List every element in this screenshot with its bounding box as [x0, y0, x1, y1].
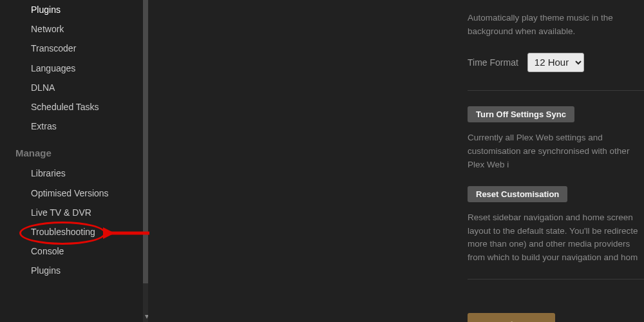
sidebar-item-extras[interactable]: Extras [0, 117, 148, 136]
sidebar-item-plugins-manage[interactable]: Plugins [0, 261, 148, 280]
section-divider [468, 90, 644, 91]
section-divider-2 [468, 279, 644, 279]
reset-customisation-description: Reset sidebar navigation and home screen… [468, 211, 644, 265]
theme-music-description: Automatically play theme music in the ba… [468, 12, 644, 39]
sidebar-item-live-tv-dvr[interactable]: Live TV & DVR [0, 203, 148, 222]
sidebar-item-console[interactable]: Console [0, 242, 148, 261]
sidebar-item-dlna[interactable]: DLNA [0, 78, 148, 97]
sidebar-scrollbar-track[interactable]: ▾ [143, 0, 148, 322]
time-format-select[interactable]: 12 Hour [527, 53, 584, 72]
sidebar-item-transcoder[interactable]: Transcoder [0, 39, 148, 58]
time-format-label: Time Format [468, 57, 518, 68]
settings-sync-description: Currently all Plex Web settings and cust… [468, 131, 644, 172]
turn-off-settings-sync-button[interactable]: Turn Off Settings Sync [468, 106, 574, 122]
sidebar-item-network[interactable]: Network [0, 19, 148, 39]
sidebar-header-manage: Manage [0, 136, 148, 164]
save-changes-button[interactable]: Save Changes [468, 313, 555, 322]
sidebar-item-scheduled-tasks[interactable]: Scheduled Tasks [0, 97, 148, 117]
sidebar-item-languages[interactable]: Languages [0, 59, 148, 78]
reset-customisation-button[interactable]: Reset Customisation [468, 186, 567, 202]
sidebar-item-libraries[interactable]: Libraries [0, 164, 148, 183]
sidebar-item-troubleshooting[interactable]: Troubleshooting [0, 222, 148, 242]
time-format-row: Time Format 12 Hour [468, 53, 644, 72]
settings-sidebar: Plugins Network Transcoder Languages DLN… [0, 0, 148, 322]
sidebar-items: Plugins Network Transcoder Languages DLN… [0, 0, 148, 280]
sidebar-scrollbar-thumb[interactable] [143, 0, 148, 283]
settings-main: Automatically play theme music in the ba… [148, 0, 644, 322]
sidebar-item-optimised-versions[interactable]: Optimised Versions [0, 184, 148, 203]
sidebar-item-plugins[interactable]: Plugins [0, 0, 148, 19]
